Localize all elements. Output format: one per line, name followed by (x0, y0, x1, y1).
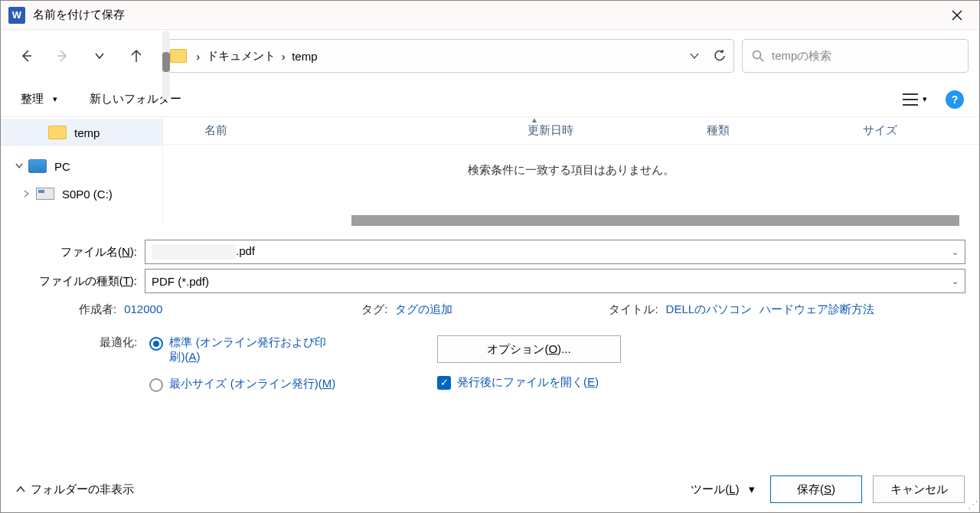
main-area: › temp PC S0P0 (C:) ▲ 名前 更新日時 種類 サイズ 検索条… (1, 117, 979, 226)
up-button[interactable] (122, 41, 151, 70)
pc-icon (28, 159, 47, 173)
empty-message: 検索条件に一致する項目はありません。 (163, 163, 979, 178)
optimize-label: 最適化: (99, 335, 142, 350)
back-button[interactable] (11, 41, 41, 70)
tag-label: タグ: (361, 302, 387, 317)
column-headers: 名前 更新日時 種類 サイズ (163, 117, 979, 145)
title-value-2[interactable]: ハードウェア診断方法 (760, 302, 874, 317)
nav-row: › ドキュメント › temp tempの検索 (1, 30, 979, 82)
filename-label: ファイル名(N): (15, 245, 145, 260)
view-mode-button[interactable] (903, 93, 918, 106)
title-value-1[interactable]: DELLのパソコン (666, 302, 753, 317)
title-label: タイトル: (609, 302, 658, 317)
svg-line-6 (760, 58, 764, 62)
tree-item-drive-c[interactable]: S0P0 (C:) (1, 180, 162, 207)
tree-item-temp[interactable]: › temp (1, 119, 162, 146)
fields-area: ファイル名(N): .pdf ⌄ ファイルの種類(T): PDF (*.pdf)… (1, 226, 979, 392)
recent-button[interactable] (85, 41, 114, 70)
sort-indicator-icon: ▲ (531, 116, 538, 124)
search-box[interactable]: tempの検索 (742, 39, 969, 73)
window-title: 名前を付けて保存 (33, 8, 939, 22)
checkbox-icon: ✓ (437, 376, 451, 390)
breadcrumb-documents[interactable]: ドキュメント (207, 49, 276, 64)
word-app-icon: W (8, 7, 25, 24)
folder-tree: › temp PC S0P0 (C:) (1, 117, 163, 226)
svg-point-5 (753, 51, 761, 59)
forward-button[interactable] (48, 41, 77, 70)
open-after-checkbox[interactable]: ✓ 発行後にファイルを開く(E) (437, 375, 621, 390)
resize-grip[interactable]: ⋰ (968, 501, 978, 511)
radio-icon (149, 337, 163, 351)
folder-hide-toggle[interactable]: フォルダーの非表示 (15, 482, 134, 497)
close-button[interactable] (939, 1, 975, 30)
filename-input[interactable]: .pdf ⌄ (145, 240, 965, 264)
radio-minimum[interactable]: 最小サイズ (オンライン発行)(M) (149, 377, 336, 392)
title-bar: W 名前を付けて保存 (1, 1, 979, 30)
filetype-label: ファイルの種類(T): (15, 274, 145, 289)
author-label: 作成者: (79, 302, 116, 317)
bottom-bar: フォルダーの非表示 ツール(L) ▾ 保存(S) キャンセル (0, 466, 980, 513)
drive-icon (36, 188, 54, 200)
breadcrumb-temp[interactable]: temp (292, 50, 317, 63)
close-icon (952, 10, 962, 21)
chevron-down-icon[interactable] (15, 162, 27, 171)
radio-standard[interactable]: 標準 (オンライン発行および印刷)(A) (149, 335, 336, 364)
tools-menu[interactable]: ツール(L) ▾ (686, 479, 760, 500)
search-icon (752, 50, 764, 62)
sidebar-scrollbar-thumb[interactable] (162, 52, 170, 72)
cancel-button[interactable]: キャンセル (873, 475, 965, 503)
file-list: ▲ 名前 更新日時 種類 サイズ 検索条件に一致する項目はありません。 (163, 117, 979, 226)
folder-icon (170, 49, 187, 63)
view-dropdown[interactable]: ▾ (923, 94, 927, 104)
chevron-right-icon[interactable] (22, 189, 34, 198)
filetype-dropdown-icon: ⌄ (952, 276, 959, 286)
radio-icon (149, 378, 163, 392)
column-date[interactable]: 更新日時 (517, 123, 696, 138)
column-size[interactable]: サイズ (852, 123, 979, 138)
refresh-button[interactable] (712, 48, 727, 64)
breadcrumb-bar[interactable]: › ドキュメント › temp (163, 39, 734, 73)
filename-dropdown-icon[interactable]: ⌄ (952, 247, 959, 257)
toolbar: 整理 ▾ 新しいフォルダー ▾ ? (1, 82, 979, 117)
tree-item-pc[interactable]: PC (1, 152, 162, 180)
save-button[interactable]: 保存(S) (770, 475, 862, 503)
metadata-row: 作成者: 012000 タグ: タグの追加 タイトル: DELLのパソコン ハー… (15, 302, 965, 317)
tag-value[interactable]: タグの追加 (395, 302, 452, 317)
horizontal-scrollbar[interactable] (351, 215, 959, 226)
filetype-select[interactable]: PDF (*.pdf) ⌄ (145, 269, 965, 293)
breadcrumb-dropdown[interactable] (689, 51, 700, 61)
column-type[interactable]: 種類 (696, 123, 852, 138)
search-placeholder: tempの検索 (772, 49, 831, 64)
help-button[interactable]: ? (946, 90, 964, 109)
author-value[interactable]: 012000 (124, 302, 162, 317)
chevron-up-icon (15, 484, 26, 495)
folder-icon (48, 126, 67, 139)
optimize-section: 最適化: 標準 (オンライン発行および印刷)(A) 最小サイズ (オンライン発行… (15, 335, 965, 392)
options-button[interactable]: オプション(O)... (437, 335, 621, 363)
column-name[interactable]: 名前 (163, 123, 517, 138)
organize-menu[interactable]: 整理 ▾ (21, 92, 57, 106)
